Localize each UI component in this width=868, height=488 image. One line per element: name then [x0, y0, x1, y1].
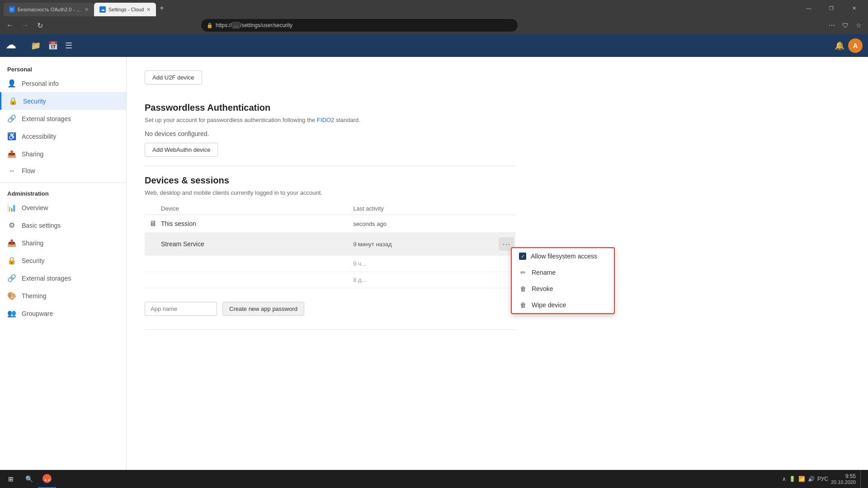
sidebar-item-external-storages[interactable]: 🔗 External storages [0, 110, 126, 127]
main-content: Add U2F device Passwordless Authenticati… [127, 57, 868, 470]
shield-icon[interactable]: 🛡 [840, 20, 851, 31]
app-name-input[interactable] [145, 302, 217, 316]
sidebar-item-admin-security[interactable]: 🔒 Security [0, 252, 126, 269]
passwordless-description: Set up your account for passwordless aut… [145, 116, 515, 125]
files-icon[interactable]: 📁 [29, 39, 42, 52]
app-header: ☁ 📁 📅 ☰ 🔔 A [0, 34, 868, 57]
settings-icon: ⚙ [7, 221, 16, 230]
address-bar[interactable]: 🔒 https://.../settings/user/security [201, 19, 518, 32]
flow-icon: ↔ [7, 167, 16, 174]
clock-time: 9:55 [831, 473, 856, 479]
tab-label-1: Безопасность OAuth2.0 - inte... [18, 7, 82, 12]
menu-icon[interactable]: ☰ [63, 39, 74, 52]
devices-section: Devices & sessions Web, desktop and mobi… [145, 166, 515, 330]
wifi-icon: 📶 [798, 476, 805, 482]
tab-2[interactable]: ☁ Settings - Cloud ✕ [94, 3, 156, 16]
sidebar-item-personal-info[interactable]: 👤 Personal info [0, 75, 126, 92]
passwordless-title: Passwordless Authentication [145, 103, 515, 113]
taskbar-app-firefox[interactable]: 🦊 [38, 470, 56, 488]
rename-icon: ✏ [519, 269, 527, 276]
tray-expand[interactable]: ∧ [782, 476, 786, 482]
taskbar-clock[interactable]: 9:55 20.10.2020 [831, 473, 856, 485]
wipe-device-label: Wipe device [532, 301, 566, 309]
devices-table: Device Last activity 🖥 This session seco… [145, 202, 515, 288]
notifications-icon[interactable]: 🔔 [835, 41, 844, 51]
back-button[interactable]: ← [4, 19, 16, 31]
minimize-button[interactable]: — [798, 1, 819, 15]
extensions-icon[interactable]: ⋯ [826, 20, 838, 31]
device-row-3: 9 ч... [145, 256, 515, 272]
fido2-link[interactable]: FIDO2 [317, 117, 334, 123]
battery-icon: 🔋 [789, 476, 796, 482]
administration-section-label: Administration [0, 187, 126, 199]
admin-external-icon: 🔗 [7, 274, 16, 282]
column-device: Device [145, 205, 353, 212]
sidebar-item-theming[interactable]: 🎨 Theming [0, 287, 126, 305]
star-icon[interactable]: ☆ [853, 20, 864, 31]
sidebar-item-admin-external[interactable]: 🔗 External storages [0, 269, 126, 287]
firefox-icon: 🦊 [42, 474, 52, 483]
device-name-2: Stream Service [161, 240, 353, 248]
device-row-2: Stream Service 9 минут назад ⋯ ✓ [145, 233, 515, 256]
close-button[interactable]: ✕ [844, 1, 864, 15]
address-domain: ... [232, 22, 240, 29]
admin-security-label: Security [22, 257, 45, 264]
tab-label-2: Settings - Cloud [108, 7, 144, 12]
new-tab-button[interactable]: + [156, 4, 167, 12]
maximize-button[interactable]: ❐ [821, 1, 842, 15]
app-logo[interactable]: ☁ [5, 38, 20, 53]
tab-favicon-2: ☁ [99, 6, 106, 13]
language-indicator[interactable]: РУС [817, 476, 828, 482]
sidebar-item-admin-sharing[interactable]: 📤 Sharing [0, 234, 126, 252]
sidebar: Personal 👤 Personal info 🔒 Security 🔗 Ex… [0, 57, 127, 470]
tab-close-2[interactable]: ✕ [146, 7, 151, 13]
sidebar-item-overview[interactable]: 📊 Overview [0, 199, 126, 216]
admin-share-icon: 📤 [7, 239, 16, 247]
security-label: Security [23, 98, 46, 105]
calendar-icon[interactable]: 📅 [46, 39, 60, 52]
menu-item-rename[interactable]: ✏ Rename [512, 264, 614, 281]
sidebar-item-accessibility[interactable]: ♿ Accessibility [0, 127, 126, 145]
passwordless-desc-prefix: Set up your account for passwordless aut… [145, 117, 317, 123]
reload-button[interactable]: ↻ [34, 19, 46, 32]
tab-1[interactable]: О Безопасность OAuth2.0 - inte... ✕ [4, 3, 94, 16]
admin-external-label: External storages [22, 275, 71, 282]
user-avatar[interactable]: A [848, 38, 863, 53]
device-row-1: 🖥 This session seconds ago [145, 215, 515, 233]
app-password-area: Create new app password [145, 297, 515, 320]
context-menu: ✓ Allow filesystem access ✏ Rename [511, 247, 615, 314]
device-row-4: 8 д... [145, 272, 515, 288]
add-webauthn-button[interactable]: Add WebAuthn device [145, 143, 218, 157]
no-devices-text: No devices configured. [145, 130, 515, 137]
create-app-password-button[interactable]: Create new app password [222, 302, 304, 316]
search-button[interactable]: 🔍 [20, 470, 38, 488]
sidebar-item-flow[interactable]: ↔ Flow [0, 163, 126, 179]
add-u2f-button[interactable]: Add U2F device [145, 70, 202, 84]
menu-item-revoke[interactable]: 🗑 Revoke [512, 281, 614, 297]
allow-filesystem-checkbox[interactable]: ✓ [519, 253, 526, 260]
rename-label: Rename [532, 269, 556, 276]
overview-icon: 📊 [7, 203, 16, 212]
personal-section-label: Personal [0, 62, 126, 75]
revoke-label: Revoke [532, 285, 553, 292]
tab-close-1[interactable]: ✕ [85, 7, 89, 13]
external-storages-label: External storages [22, 115, 71, 122]
allow-filesystem-label: Allow filesystem access [531, 253, 597, 260]
sidebar-item-groupware[interactable]: 👥 Groupware [0, 305, 126, 322]
ssl-lock-icon: 🔒 [207, 23, 213, 28]
forward-button[interactable]: → [19, 19, 32, 31]
show-desktop-button[interactable] [860, 470, 863, 488]
system-tray: ∧ 🔋 📶 🔊 РУС [782, 476, 828, 482]
column-activity: Last activity [353, 205, 497, 212]
admin-sharing-label: Sharing [22, 239, 43, 247]
menu-item-wipe-device[interactable]: 🗑 Wipe device [512, 297, 614, 313]
theming-label: Theming [22, 292, 46, 300]
sidebar-item-security[interactable]: 🔒 Security [0, 92, 126, 110]
external-icon: 🔗 [7, 114, 16, 123]
menu-item-allow-filesystem[interactable]: ✓ Allow filesystem access [512, 248, 614, 264]
sidebar-item-sharing[interactable]: 📤 Sharing [0, 145, 126, 163]
column-action [497, 205, 515, 212]
wipe-icon: 🗑 [519, 301, 527, 309]
sidebar-item-basic-settings[interactable]: ⚙ Basic settings [0, 216, 126, 234]
start-button[interactable]: ⊞ [2, 470, 20, 488]
